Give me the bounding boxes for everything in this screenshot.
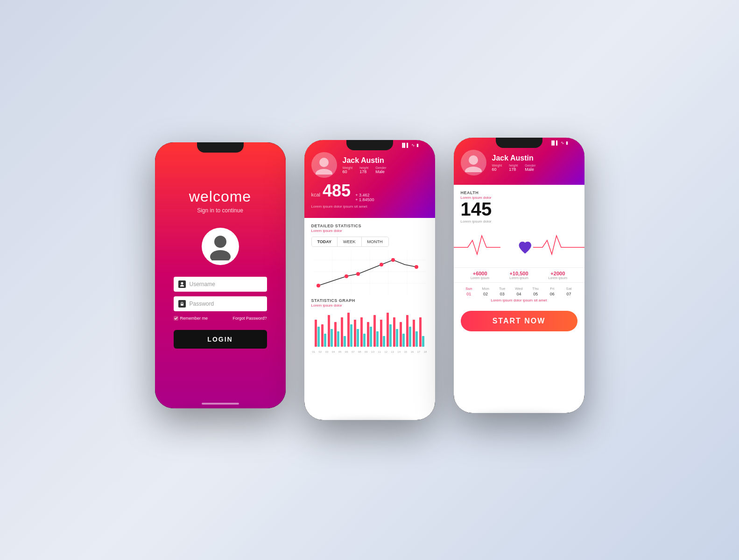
health-number: 145 — [461, 200, 577, 218]
stats-graph-sub: Lorem ipsum dolor — [311, 303, 428, 308]
avatar-icon — [206, 232, 234, 260]
stat-item-1: +6000 Lorem ipsum — [471, 271, 489, 280]
battery-icon-2: ▮ — [416, 143, 419, 147]
svg-rect-50 — [409, 327, 411, 347]
signin-subtitle: Sign in to continue — [197, 207, 243, 214]
height-value-2: 178 — [359, 169, 368, 174]
login-button[interactable]: LOGIN — [174, 330, 267, 349]
remember-checkbox[interactable] — [174, 316, 178, 321]
home-indicator-1 — [202, 403, 239, 405]
phone-login: ▐▌▌ ∿ ▮ welcome Sign in to continue — [155, 142, 286, 408]
date-04: 04 — [512, 292, 525, 296]
tab-today[interactable]: TODAY — [312, 237, 338, 246]
stat2-label: Lorem ipsum — [509, 276, 528, 280]
phones-container: ▐▌▌ ∿ ▮ welcome Sign in to continue — [155, 140, 584, 420]
x-label-08: 08 — [358, 350, 361, 353]
svg-point-1 — [210, 250, 231, 260]
status-bar-2: ▐▌▌ ∿ ▮ — [311, 140, 428, 148]
password-placeholder[interactable]: Password — [190, 301, 262, 307]
svg-point-19 — [391, 258, 395, 262]
weight-value-3: 60 — [492, 167, 502, 172]
svg-rect-43 — [387, 313, 389, 347]
svg-rect-39 — [373, 315, 376, 347]
height-label-2: height — [359, 166, 368, 169]
x-label-03: 03 — [325, 350, 329, 353]
weight-stat-3: Weight 60 — [492, 164, 502, 172]
height-value-3: 178 — [509, 167, 518, 172]
date-06: 06 — [546, 292, 559, 296]
calendar-dates: 01 02 03 04 05 06 07 — [461, 292, 577, 296]
svg-rect-28 — [337, 331, 339, 347]
kcal-row: kcal 485 + 3.462 + 1.84500 — [311, 182, 428, 202]
svg-rect-41 — [380, 320, 382, 347]
stats-graph-title: STATISTICS GRAPH — [311, 298, 428, 303]
x-label-14: 14 — [397, 350, 401, 353]
day-sun: Sun — [462, 287, 475, 291]
svg-point-20 — [415, 265, 418, 269]
svg-rect-52 — [415, 331, 418, 347]
profile-name-3: Jack Austin — [492, 154, 577, 162]
svg-rect-29 — [341, 317, 343, 347]
user-icon — [178, 280, 186, 288]
forgot-password-link[interactable]: Forgot Password? — [232, 316, 267, 321]
tab-month[interactable]: MONTH — [362, 237, 388, 246]
stat1-value: +6000 — [473, 271, 487, 276]
line-chart-svg — [311, 251, 428, 293]
x-label-01: 01 — [312, 350, 316, 353]
lock-svg — [180, 301, 184, 306]
weight-label-3: Weight — [492, 164, 502, 167]
x-label-15: 15 — [404, 350, 407, 353]
stats-graph-section: STATISTICS GRAPH Lorem ipsum dolor — [311, 298, 428, 353]
avatar — [202, 228, 239, 265]
health-lorem: Lorem ipsum dolor — [461, 219, 577, 224]
status-icons-1: ▐▌▌ ∿ ▮ — [211, 145, 229, 150]
svg-rect-48 — [402, 334, 405, 347]
svg-point-5 — [319, 158, 329, 167]
status-bar-3: ▐▌▌ ∿ ▮ — [461, 138, 577, 146]
kcal-plus2: + 1.84500 — [355, 197, 374, 202]
stat3-label: Lorem ipsum — [549, 276, 567, 280]
battery-icon: ▮ — [227, 145, 229, 150]
gender-stat-2: Gender Male — [375, 166, 386, 174]
day-sat: Sat — [563, 287, 576, 291]
svg-rect-31 — [347, 313, 350, 347]
health-header: ▐▌▌ ∿ ▮ Jack Austin — [454, 138, 584, 185]
line-chart — [311, 251, 428, 293]
bar-chart-svg — [311, 310, 428, 348]
weight-value-2: 60 — [343, 169, 353, 174]
profile-info-3: Jack Austin Weight 60 height 178 — [492, 154, 577, 172]
password-input-group[interactable]: Password — [174, 296, 267, 311]
phone-stats: ▐▌▌ ∿ ▮ Jack Austin — [304, 140, 435, 420]
svg-rect-24 — [324, 334, 326, 347]
lock-icon — [178, 300, 186, 308]
signal-icon-2: ▐▌▌ — [401, 143, 409, 147]
x-label-06: 06 — [345, 350, 348, 353]
check-icon — [174, 316, 178, 320]
profile-info-2: Jack Austin Weight 60 height 178 — [343, 156, 428, 174]
username-placeholder[interactable]: Username — [190, 281, 262, 287]
stat3-value: +2000 — [550, 271, 565, 276]
date-02: 02 — [479, 292, 492, 296]
svg-point-56 — [465, 167, 482, 172]
profile-name-2: Jack Austin — [343, 156, 428, 165]
svg-rect-34 — [357, 329, 359, 347]
start-now-button[interactable]: START NOW — [461, 311, 577, 331]
x-label-17: 17 — [417, 350, 421, 353]
gender-label-3: Gender — [525, 164, 535, 167]
gender-value-3: Male — [525, 167, 535, 172]
wifi-icon: ∿ — [222, 145, 225, 150]
svg-point-16 — [345, 274, 348, 278]
calendar-days-header: Sun Mon Tue Wed Thu Fri Sat — [461, 287, 577, 291]
svg-rect-51 — [413, 320, 415, 347]
svg-point-0 — [214, 236, 226, 248]
home-indicator-3 — [500, 407, 538, 409]
tab-week[interactable]: WEEK — [338, 237, 362, 246]
tabs-row: TODAY WEEK MONTH — [311, 237, 389, 247]
x-label-11: 11 — [378, 350, 381, 353]
profile-avatar-3 — [461, 150, 486, 175]
svg-point-3 — [180, 285, 184, 287]
x-label-05: 05 — [338, 350, 342, 353]
status-icons-2: ▐▌▌ ∿ ▮ — [401, 143, 418, 147]
username-input-group[interactable]: Username — [174, 277, 267, 292]
user-svg — [180, 282, 184, 287]
